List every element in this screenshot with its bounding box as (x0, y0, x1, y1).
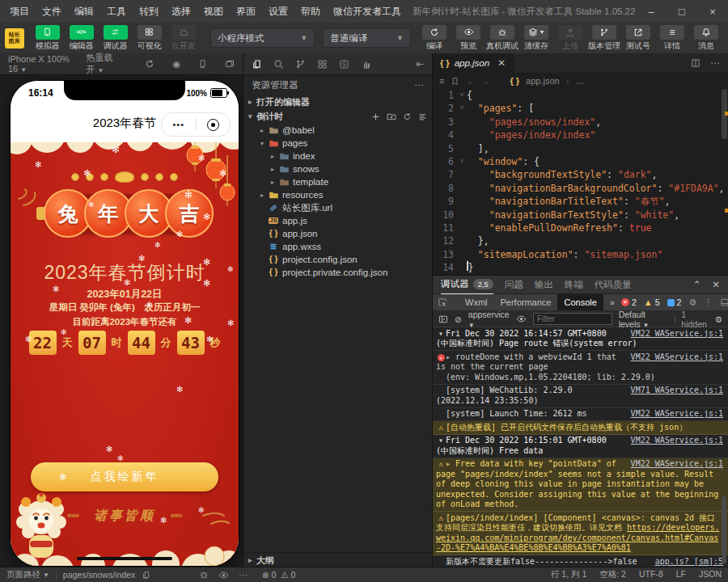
menu-item[interactable]: 项目 (3, 5, 36, 19)
devtools-tab-Wxml[interactable]: Wxml (459, 294, 494, 310)
tree-item-resources[interactable]: ▸ resources (243, 188, 432, 201)
debugger-tab-调试器[interactable]: 调试器2,5 (441, 276, 493, 294)
problems-warnings[interactable]: ⚠ 0 (281, 570, 295, 580)
visualization-button[interactable]: 可视化 (133, 25, 167, 52)
source-link[interactable]: VM22 WAService.js:1 (631, 436, 723, 446)
outline-section[interactable]: ▸大纲 (243, 552, 432, 567)
menu-item[interactable]: 选择 (165, 5, 197, 19)
clear-cache-button[interactable]: ▼ 清缓存 (519, 25, 553, 52)
statusbar-item[interactable]: 空格: 2 (599, 569, 626, 580)
device-select[interactable]: iPhone X 100% 16 ▼ (8, 54, 75, 74)
clear-console-icon[interactable]: ⊘ (455, 314, 462, 324)
tree-item-app.js[interactable]: JS app.js (243, 214, 432, 227)
source-link[interactable]: VM22 WAService.js:1 (631, 459, 723, 470)
device-frame-icon[interactable] (198, 59, 207, 69)
close-tab-icon[interactable]: ✕ (497, 57, 506, 69)
upload-button[interactable]: 上传 (553, 25, 587, 52)
message-button[interactable]: 消息 (689, 25, 723, 52)
live-expression-eye-icon[interactable] (516, 314, 527, 324)
log-levels-select[interactable]: Default levels ▼ (619, 310, 668, 329)
debugger-tab-输出[interactable]: 输出 (535, 279, 553, 291)
project-section[interactable]: ▾倒计时 (243, 109, 432, 124)
statusbar-item[interactable]: JSON (699, 569, 722, 580)
refresh-explorer-icon[interactable] (403, 112, 412, 121)
close-button[interactable]: × (697, 0, 728, 23)
tree-item-站长图库.url[interactable]: 站长图库.url (243, 201, 432, 214)
collapse-folders-icon[interactable] (418, 112, 427, 121)
tree-item-snows[interactable]: ▸ snows (243, 162, 432, 175)
dock-icon[interactable] (720, 297, 728, 307)
debugger-button[interactable]: 调试器 (99, 25, 133, 52)
menu-item[interactable]: 帮助 (294, 5, 327, 19)
hidden-messages-label[interactable]: 1 hidden (681, 310, 708, 329)
outline-menu-icon[interactable]: ≡ (439, 76, 444, 86)
menu-item[interactable]: 工具 (100, 5, 133, 19)
console-filter-input[interactable] (533, 313, 612, 325)
menu-item[interactable]: 文件 (36, 5, 68, 19)
forward-icon[interactable]: → (481, 76, 490, 86)
device-debug-button[interactable]: 真机调试 (485, 25, 519, 52)
warning-count[interactable]: ▲5 (644, 297, 660, 307)
hot-reload-toggle[interactable]: 热重载 开 ▼ (87, 52, 125, 76)
search-icon[interactable] (273, 59, 284, 70)
statusbar-item[interactable]: LF (676, 569, 686, 580)
source-link[interactable]: VM22 WAService.js:1 (631, 352, 723, 363)
extensions-icon[interactable] (317, 59, 328, 70)
tab-app-json[interactable]: { } app.json ✕ (433, 53, 514, 73)
tree-item-@babel[interactable]: ▸ @babel (243, 124, 432, 137)
close-panel-icon[interactable]: ✕ (712, 279, 720, 290)
maximize-button[interactable]: □ (667, 0, 697, 23)
source-link[interactable]: VM22 WAService.js:1 (631, 409, 723, 420)
devtools-settings-icon[interactable]: ⚙ (688, 297, 696, 308)
tree-item-project.private.config.json[interactable]: { } project.private.config.json (243, 266, 432, 279)
snippets-icon[interactable]: S (339, 59, 349, 70)
source-link[interactable]: VM71 WAService.js:1 (631, 386, 723, 396)
info-count[interactable]: 2 (667, 297, 682, 307)
files-icon[interactable] (252, 59, 262, 70)
console-settings-icon[interactable]: ⚙ (715, 314, 722, 324)
preview-eye-icon[interactable] (218, 570, 229, 580)
error-count[interactable]: ✕2 (621, 297, 637, 307)
debugger-tab-问题[interactable]: 问题 (505, 279, 523, 291)
problems-errors[interactable]: ⊗ 0 (262, 570, 277, 580)
devtools-tab-Performance[interactable]: Performance (494, 294, 558, 310)
tree-item-pages[interactable]: ▾ pages (243, 137, 432, 150)
simulator-button[interactable]: 模拟器 (31, 25, 65, 52)
statusbar-item[interactable]: UTF-8 (639, 569, 663, 580)
split-editor-icon[interactable] (691, 57, 700, 69)
new-folder-icon[interactable] (387, 112, 396, 121)
tree-item-template[interactable]: ▸ template (243, 175, 432, 188)
bookmark-icon[interactable] (451, 77, 459, 86)
multi-window-icon[interactable] (225, 59, 235, 69)
more-dots-icon[interactable]: ••• (162, 120, 196, 129)
git-icon[interactable] (295, 59, 306, 70)
menu-item[interactable]: 微信开发者工具 (327, 5, 408, 19)
draw-new-year-button[interactable]: 点我绘新年 (31, 462, 218, 491)
minimize-button[interactable]: – (636, 0, 667, 23)
debug-bug-icon[interactable] (199, 570, 209, 580)
copy-path-icon[interactable] (142, 571, 150, 580)
statusbar-item[interactable]: 行 1, 列 1 (551, 569, 586, 580)
debugger-tab-终端[interactable]: 终端 (565, 279, 583, 291)
compile-mode-select[interactable]: 普通编译▼ (323, 28, 411, 48)
breadcrumb-more[interactable]: … (575, 76, 584, 86)
devtools-menu-icon[interactable]: ⋮ (704, 297, 713, 308)
menu-item[interactable]: 设置 (262, 5, 294, 19)
cloud-dev-button[interactable]: 云开发 (167, 25, 201, 52)
devtools-tab-»[interactable]: » (603, 294, 621, 310)
console-scrollbar[interactable] (722, 496, 726, 564)
menu-item[interactable]: 视图 (197, 5, 230, 19)
capsule-close-icon[interactable] (197, 119, 231, 131)
collapse-sidebar-icon[interactable]: ⇤ (416, 58, 424, 70)
page-path-value[interactable]: pages/snows/index (63, 570, 135, 580)
editor-button[interactable]: </> 编辑器 (65, 25, 99, 52)
menu-item[interactable]: 界面 (230, 5, 262, 19)
tree-item-index[interactable]: ▸ index (243, 150, 432, 162)
test-account-button[interactable]: 测试号 (621, 25, 655, 52)
source-link[interactable]: app.js? [sm]:5 (655, 557, 723, 567)
tree-item-project.config.json[interactable]: { } project.config.json (243, 253, 432, 266)
preview-button[interactable]: 预览 (451, 25, 485, 52)
hand-icon[interactable] (361, 59, 371, 70)
console-sidebar-icon[interactable] (438, 314, 448, 324)
avatar[interactable]: 站长 图库 (5, 28, 24, 48)
